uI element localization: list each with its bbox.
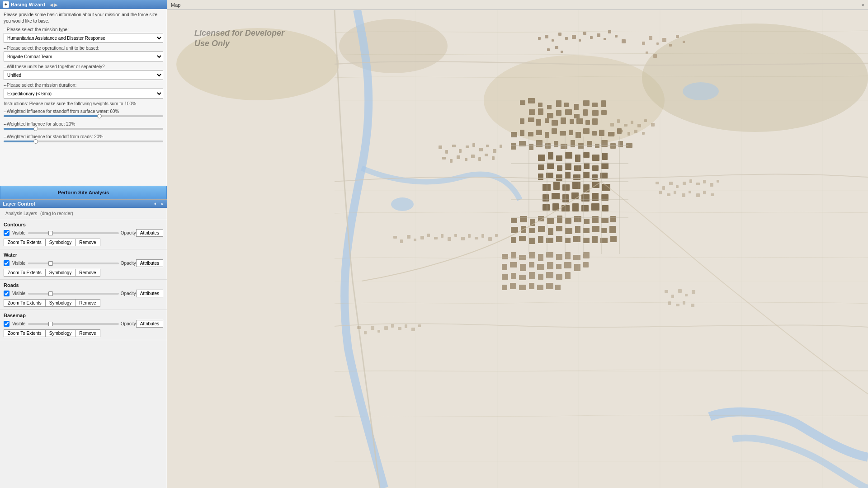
surface-water-slider-row bbox=[4, 115, 163, 118]
drag-hint: (drag to reorder) bbox=[40, 211, 73, 216]
svg-rect-251 bbox=[414, 239, 416, 241]
svg-rect-96 bbox=[602, 153, 608, 160]
roads-remove-button[interactable]: Remove bbox=[75, 299, 100, 307]
svg-rect-83 bbox=[587, 141, 592, 147]
basemap-visible-checkbox[interactable] bbox=[4, 321, 9, 327]
map-tab[interactable]: Map bbox=[171, 2, 180, 8]
svg-rect-215 bbox=[442, 157, 446, 160]
svg-rect-259 bbox=[468, 234, 471, 238]
svg-rect-199 bbox=[510, 283, 516, 289]
basing-wizard-title: ✦ Basing Wizard ◀ ▶ bbox=[0, 0, 167, 9]
roads-opacity-thumb[interactable] bbox=[48, 291, 53, 296]
svg-rect-265 bbox=[364, 331, 367, 334]
svg-rect-62 bbox=[528, 132, 533, 136]
svg-rect-211 bbox=[479, 148, 483, 151]
map-close-button[interactable]: × bbox=[862, 2, 864, 8]
svg-rect-52 bbox=[536, 119, 541, 126]
svg-rect-285 bbox=[667, 193, 670, 196]
water-visible-checkbox[interactable] bbox=[4, 260, 9, 266]
basemap-symbology-button[interactable]: Symbology bbox=[45, 329, 75, 337]
svg-rect-133 bbox=[602, 205, 609, 211]
svg-rect-183 bbox=[529, 262, 534, 267]
watermark-line1: Licensed for Developer bbox=[194, 28, 284, 38]
basemap-zoom-button[interactable]: Zoom To Extents bbox=[4, 329, 45, 337]
svg-rect-86 bbox=[610, 143, 616, 149]
svg-rect-178 bbox=[573, 255, 580, 260]
svg-rect-124 bbox=[581, 194, 590, 202]
contours-row: Visible Opacity Attributes bbox=[4, 229, 163, 237]
svg-rect-5 bbox=[538, 37, 541, 40]
map-canvas[interactable]: Licensed for Developer Use Only bbox=[167, 10, 868, 488]
map-area[interactable]: Map × bbox=[167, 0, 868, 488]
mission-type-select[interactable]: Humanitarian Assistance and Disaster Res… bbox=[4, 33, 163, 43]
roads-zoom-button[interactable]: Zoom To Extents bbox=[4, 299, 45, 307]
water-remove-button[interactable]: Remove bbox=[75, 269, 100, 277]
water-symbology-button[interactable]: Symbology bbox=[45, 269, 75, 277]
svg-rect-206 bbox=[445, 150, 448, 154]
svg-rect-33 bbox=[538, 103, 542, 107]
svg-rect-156 bbox=[601, 228, 607, 233]
slope-slider-row bbox=[4, 128, 163, 131]
roads-name: Roads bbox=[4, 282, 163, 288]
svg-rect-17 bbox=[615, 35, 618, 38]
roads-thumb[interactable] bbox=[33, 139, 38, 144]
roads-opacity-track bbox=[28, 293, 119, 295]
contours-zoom-button[interactable]: Zoom To Extents bbox=[4, 239, 45, 246]
svg-rect-216 bbox=[450, 159, 453, 163]
svg-rect-42 bbox=[574, 104, 579, 110]
svg-rect-131 bbox=[581, 205, 589, 211]
slope-thumb[interactable] bbox=[33, 127, 38, 131]
svg-rect-197 bbox=[565, 272, 571, 279]
contours-attributes-button[interactable]: Attributes bbox=[136, 229, 163, 237]
mission-duration-select[interactable]: Expeditionary (< 6mo) bbox=[4, 89, 163, 99]
water-attributes-button[interactable]: Attributes bbox=[136, 259, 163, 267]
svg-rect-48 bbox=[601, 100, 606, 107]
svg-rect-170 bbox=[502, 254, 508, 259]
roads-symbology-button[interactable]: Symbology bbox=[45, 299, 75, 307]
water-buttons: Zoom To Extents Symbology Remove bbox=[4, 269, 163, 277]
svg-rect-210 bbox=[472, 143, 475, 147]
svg-rect-114 bbox=[553, 182, 560, 190]
basemap-remove-button[interactable]: Remove bbox=[75, 329, 100, 337]
svg-rect-158 bbox=[511, 237, 516, 243]
roads-attributes-button[interactable]: Attributes bbox=[136, 290, 163, 297]
svg-rect-233 bbox=[634, 130, 637, 133]
svg-rect-144 bbox=[601, 218, 609, 223]
water-zoom-button[interactable]: Zoom To Extents bbox=[4, 269, 45, 277]
perform-site-analysis-button[interactable]: Perform Site Analysis bbox=[0, 186, 167, 199]
water-opacity-thumb[interactable] bbox=[48, 261, 53, 266]
roads-visible-checkbox[interactable] bbox=[4, 291, 9, 296]
svg-rect-299 bbox=[683, 301, 685, 305]
svg-rect-31 bbox=[520, 100, 525, 105]
basing-select[interactable]: Unified bbox=[4, 70, 163, 80]
svg-rect-217 bbox=[457, 155, 460, 159]
svg-rect-159 bbox=[519, 236, 526, 241]
map-svg bbox=[167, 10, 868, 488]
contours-remove-button[interactable]: Remove bbox=[75, 239, 100, 246]
svg-rect-141 bbox=[574, 216, 581, 222]
roads-weight-label: --Weighted influence for standoff from r… bbox=[4, 134, 163, 139]
basemap-opacity-thumb[interactable] bbox=[48, 322, 53, 326]
svg-rect-149 bbox=[538, 226, 545, 232]
contours-symbology-button[interactable]: Symbology bbox=[45, 239, 75, 246]
pin-button[interactable]: ✦ bbox=[152, 202, 158, 206]
surface-water-thumb[interactable] bbox=[97, 114, 102, 118]
operational-unit-select[interactable]: Brigade Combat Team bbox=[4, 52, 163, 61]
svg-rect-288 bbox=[689, 191, 691, 193]
svg-point-236 bbox=[391, 197, 414, 211]
svg-rect-223 bbox=[610, 123, 614, 127]
slope-label: --Weighted influence for slope: 20% bbox=[4, 122, 163, 127]
svg-rect-208 bbox=[459, 149, 462, 153]
svg-rect-273 bbox=[418, 324, 421, 327]
analysis-layers-header: Analysis Layers (drag to reorder) bbox=[0, 208, 167, 219]
svg-rect-173 bbox=[529, 252, 535, 258]
contours-opacity-track bbox=[28, 232, 119, 234]
close-layer-control-button[interactable]: × bbox=[160, 202, 164, 206]
svg-rect-154 bbox=[583, 228, 590, 233]
contours-visible-checkbox[interactable] bbox=[4, 230, 9, 236]
contours-opacity-thumb[interactable] bbox=[48, 231, 53, 235]
surface-water-track bbox=[4, 115, 163, 117]
svg-rect-38 bbox=[556, 100, 561, 107]
contours-name: Contours bbox=[4, 222, 163, 227]
basemap-attributes-button[interactable]: Attributes bbox=[136, 320, 163, 328]
